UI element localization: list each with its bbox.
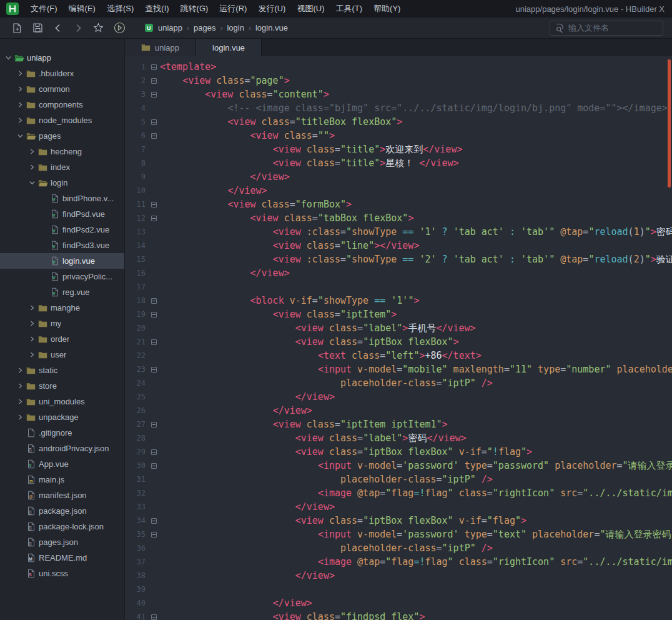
fold-marker[interactable] (147, 198, 160, 211)
menu-item-y[interactable]: 帮助(Y) (368, 0, 406, 18)
fold-marker[interactable] (147, 335, 160, 349)
run-icon[interactable] (114, 22, 126, 34)
fold-collapse-icon[interactable] (151, 518, 157, 524)
code-line[interactable]: 14 <view class="line"></view> (125, 239, 672, 252)
code-line[interactable]: 7 <view class="title">欢迎来到</view> (125, 142, 672, 156)
tree-item-store[interactable]: store (0, 378, 124, 394)
fold-marker[interactable] (147, 362, 160, 376)
fold-collapse-icon[interactable] (151, 449, 157, 455)
code-line[interactable]: 20 <view class="label">手机号</view> (125, 321, 672, 335)
fold-marker[interactable] (147, 60, 160, 74)
code-line[interactable]: 8 <view class="title">星核！ </view> (125, 156, 672, 170)
favorite-icon[interactable] (93, 22, 104, 34)
save-icon[interactable] (32, 22, 43, 34)
tree-item-uni-modules[interactable]: uni_modules (0, 394, 124, 409)
code-line[interactable]: 28 <view class="label">密码</view> (125, 431, 672, 445)
code-line[interactable]: 15 <view :class="showType == '2' ? 'tab … (125, 252, 672, 266)
tree-item-findpsd2-vue[interactable]: VfindPsd2.vue (0, 222, 124, 238)
chevron-down-icon[interactable] (27, 180, 37, 186)
code-line[interactable]: 34 <view class="iptBox flexBox" v-if="fl… (125, 514, 672, 528)
code-line[interactable]: 22 <text class="left">+86</text> (125, 349, 672, 362)
menu-item-i[interactable]: 查找(I) (139, 0, 174, 18)
tab-login-vue[interactable]: login.vue (196, 39, 262, 56)
code-line[interactable]: 27 <view class="iptItem iptItem1"> (125, 418, 672, 431)
chevron-right-icon[interactable] (27, 149, 37, 154)
menu-item-f[interactable]: 文件(F) (25, 0, 63, 18)
menu-item-u[interactable]: 发行(U) (252, 0, 291, 18)
tree-item-pages[interactable]: pages (0, 128, 124, 144)
chevron-down-icon[interactable] (16, 133, 25, 139)
code-line[interactable]: 1<template> (125, 60, 672, 74)
code-line[interactable]: 12 <view class="tabBox flexBox"> (125, 211, 672, 225)
chevron-right-icon[interactable] (16, 399, 25, 404)
tree-item-components[interactable]: components (0, 97, 124, 112)
code-editor[interactable]: 1<template>2 <view class="page">3 <view … (125, 56, 672, 620)
chevron-right-icon[interactable] (27, 352, 37, 358)
menu-item-r[interactable]: 运行(R) (214, 0, 252, 18)
code-line[interactable]: 2 <view class="page"> (125, 74, 672, 88)
chevron-down-icon[interactable] (4, 55, 13, 61)
fold-marker[interactable] (147, 308, 160, 321)
menu-item-e[interactable]: 编辑(E) (63, 0, 101, 18)
menu-item-u[interactable]: 视图(U) (291, 0, 330, 18)
code-line[interactable]: 9 </view> (125, 170, 672, 184)
code-line[interactable]: 10 </view> (125, 184, 672, 198)
fold-collapse-icon[interactable] (151, 119, 157, 125)
fold-marker[interactable] (147, 418, 160, 431)
breadcrumb-item-uniapp[interactable]: uniapp (158, 23, 182, 32)
menu-item-g[interactable]: 跳转(G) (175, 0, 214, 18)
tree-item-manghe[interactable]: manghe (0, 300, 124, 316)
tree-item-pages-json[interactable]: []pages.json (0, 534, 124, 550)
code-line[interactable]: 32 <image @tap="flag=!flag" class="right… (125, 486, 672, 500)
forward-icon[interactable] (73, 22, 83, 34)
code-line[interactable]: 19 <view class="iptItem"> (125, 308, 672, 321)
tree-item-androidprivacy-json[interactable]: []androidPrivacy.json (0, 441, 124, 456)
tree-item-reg-vue[interactable]: Vreg.vue (0, 284, 124, 300)
filename-search-box[interactable] (550, 21, 663, 36)
tree-item-my[interactable]: my (0, 316, 124, 331)
code-line[interactable]: 16 </view> (125, 266, 672, 280)
fold-marker[interactable] (147, 610, 160, 620)
chevron-right-icon[interactable] (16, 414, 25, 420)
filename-search-input[interactable] (568, 23, 658, 32)
code-line[interactable]: 39 (125, 582, 672, 596)
fold-collapse-icon[interactable] (151, 614, 157, 620)
code-line[interactable]: 4 <!-- <image class="bjImg" src="../../s… (125, 101, 672, 115)
tree-item-order[interactable]: order (0, 331, 124, 347)
fold-marker[interactable] (147, 445, 160, 459)
code-line[interactable]: 23 <input v-model="mobile" maxlength="11… (125, 362, 672, 376)
tree-item-common[interactable]: common (0, 81, 124, 97)
code-line[interactable]: 25 </view> (125, 390, 672, 404)
fold-marker[interactable] (147, 514, 160, 528)
tree-item-bindphone-v[interactable]: VbindPhone.v... (0, 191, 124, 206)
fold-collapse-icon[interactable] (151, 312, 157, 318)
tree-item-static[interactable]: static (0, 362, 124, 378)
fold-collapse-icon[interactable] (151, 64, 157, 70)
tree-item-package-json[interactable]: []package.json (0, 503, 124, 519)
chevron-right-icon[interactable] (16, 368, 25, 373)
fold-collapse-icon[interactable] (151, 92, 157, 98)
fold-marker[interactable] (147, 74, 160, 88)
fold-collapse-icon[interactable] (151, 463, 157, 469)
breadcrumb-item-login[interactable]: login (227, 23, 244, 32)
code-area[interactable]: 1<template>2 <view class="page">3 <view … (125, 60, 672, 620)
tree-item-findpsd3-vue[interactable]: VfindPsd3.vue (0, 238, 124, 253)
code-line[interactable]: 35 <input v-model='password' type="text"… (125, 528, 672, 541)
fold-marker[interactable] (147, 211, 160, 225)
chevron-right-icon[interactable] (16, 71, 25, 76)
chevron-right-icon[interactable] (27, 164, 37, 170)
chevron-right-icon[interactable] (16, 102, 25, 108)
fold-collapse-icon[interactable] (151, 422, 157, 428)
code-line[interactable]: 29 <view class="iptBox flexBox" v-if="!f… (125, 445, 672, 459)
tab-uniapp[interactable]: uniapp (125, 39, 196, 56)
tree-item-login[interactable]: login (0, 175, 124, 191)
tree-item-login-vue[interactable]: Vlogin.vue (0, 253, 124, 269)
code-line[interactable]: 33 </view> (125, 500, 672, 514)
tree-item-findpsd-vue[interactable]: VfindPsd.vue (0, 206, 124, 222)
code-line[interactable]: 41 <view class="findpsd flex"> (125, 610, 672, 620)
chevron-right-icon[interactable] (16, 86, 25, 92)
fold-collapse-icon[interactable] (151, 202, 157, 208)
code-line[interactable]: 37 <image @tap="flag=!flag" class="right… (125, 555, 672, 569)
fold-marker[interactable] (147, 528, 160, 541)
fold-marker[interactable] (147, 459, 160, 472)
